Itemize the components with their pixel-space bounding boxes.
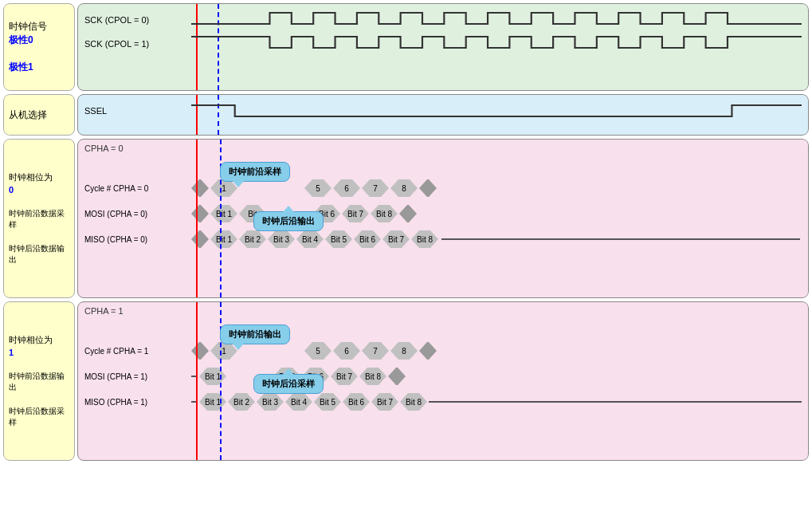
clock-section: 时钟信号 极性0 极性1 SCK (CPOL = 0) SCK: [3, 3, 809, 91]
miso1-bit-3: Bit 3: [257, 393, 284, 411]
miso-cpha0-bits: Bit 1 Bit 2 Bit 3 Bit 4 Bit 5 Bit 6 Bit …: [191, 230, 802, 248]
mosi-bit-pre: [191, 205, 209, 222]
cycle1-bit-1: 1: [210, 342, 237, 360]
miso-bit-6: Bit 6: [354, 230, 381, 248]
miso1-bit-4: Bit 4: [285, 393, 312, 411]
cycle-bit-7: 7: [362, 179, 389, 197]
miso-cpha1-label: MISO (CPHA = 1): [84, 398, 188, 407]
cycle1-bit-pre: [191, 342, 209, 360]
clock-signal-label: 时钟信号: [9, 20, 69, 33]
sck-cpol0-row: SCK (CPOL = 0): [84, 8, 802, 32]
cpha0-title: CPHA = 0: [84, 144, 802, 153]
miso-bit-5: Bit 5: [325, 230, 352, 248]
ssel-wave: [191, 99, 802, 123]
miso1-bit-5: Bit 5: [314, 393, 341, 411]
cycle-cpha0-label: Cycle # CPHA = 0: [84, 184, 188, 193]
cycle-cpha1-label: Cycle # CPHA = 1: [84, 347, 188, 356]
mosi-bit-7: Bit 7: [342, 205, 369, 222]
cpha0-left-label: 时钟相位为 0 时钟前沿数据采样 时钟后沿数据输出: [3, 139, 75, 298]
mosi1-bit-post: [388, 368, 406, 385]
clock-right: SCK (CPOL = 0) SCK (CPOL = 1): [77, 3, 809, 91]
sck-cpol1-wave: [191, 32, 802, 56]
miso-cpha1-bits: Bit 1 Bit 2 Bit 3 Bit 4 Bit 5 Bit 6 Bit …: [191, 393, 802, 411]
miso-bit-4: Bit 4: [296, 230, 324, 248]
mosi-cpha1-row: MOSI (CPHA = 1) Bit 1 Bit 5 Bit 6 Bit 7 …: [84, 365, 802, 387]
cpha0-phase-label: 时钟相位为: [9, 171, 69, 183]
cpha0-val: 0: [9, 184, 69, 196]
cycle-bit-pre: [191, 179, 209, 197]
miso-cpha0-label: MISO (CPHA = 0): [84, 235, 188, 244]
mosi-bit-8: Bit 8: [371, 205, 398, 222]
miso1-post-line: [429, 401, 802, 403]
cycle1-bit-7: 7: [362, 342, 389, 360]
clock-left-label: 时钟信号 极性0 极性1: [3, 3, 75, 91]
ssel-label: SSEL: [84, 106, 188, 116]
cycle-cpha1-bits: 1 5 6 7 8: [191, 342, 802, 360]
mosi1-bit-5: Bit 5: [273, 368, 300, 385]
miso-cpha0-row: MISO (CPHA = 0) Bit 1 Bit 2 Bit 3 Bit 4 …: [84, 228, 802, 250]
mosi1-bit-6: Bit 6: [302, 368, 329, 385]
cpha1-phase-label: 时钟相位为: [9, 334, 69, 346]
cpha1-section: 时钟相位为 1 时钟前沿数据输出 时钟后沿数据采样 时钟前沿输出 时钟后沿采样 …: [3, 301, 809, 461]
mosi-cpha0-label: MOSI (CPHA = 0): [84, 210, 188, 218]
miso1-bit-1: Bit 1: [199, 393, 226, 411]
cycle-cpha0-bits: 1 5 6 7 8: [191, 179, 802, 197]
polarity0-label: 极性0: [9, 33, 69, 47]
slave-left-label: 从机选择: [3, 94, 75, 136]
cycle-bit-8: 8: [390, 179, 418, 197]
mosi1-bit-1: Bit 1: [199, 368, 226, 385]
miso-bit-8: Bit 8: [411, 230, 438, 248]
mosi-cpha1-bits: Bit 1 Bit 5 Bit 6 Bit 7 Bit 8: [191, 368, 802, 385]
slave-select-label: 从机选择: [9, 108, 69, 122]
cycle1-bit-8: 8: [390, 342, 418, 360]
slave-section: 从机选择 SSEL: [3, 94, 809, 136]
cpha0-section: 时钟相位为 0 时钟前沿数据采样 时钟后沿数据输出 时钟前沿采样 时钟后沿输出 …: [3, 139, 809, 298]
mosi-bit-post: [399, 205, 417, 222]
miso1-bit-6: Bit 6: [343, 393, 370, 411]
mosi-bit-1: Bit 1: [210, 205, 237, 222]
miso-line-post: [441, 238, 800, 240]
mosi1-bit-7: Bit 7: [331, 368, 358, 385]
cycle-bit-1: 1: [210, 179, 237, 197]
vline-blue-cpha0: [220, 140, 222, 297]
miso-bit-3: Bit 3: [268, 230, 295, 248]
slave-right: SSEL: [77, 94, 809, 136]
cpha1-desc2: 时钟后沿数据采样: [9, 406, 69, 428]
mosi-cpha0-bits: Bit 1 Bit Bit 6 Bit 7 Bit 8: [191, 205, 802, 222]
cpha1-right: 时钟前沿输出 时钟后沿采样 CPHA = 1 Cycle # CPHA = 1 …: [77, 301, 809, 461]
mosi-bit-2: Bit: [239, 205, 266, 222]
polarity1-label: 极性1: [9, 61, 69, 74]
miso1-bit-2: Bit 2: [228, 393, 255, 411]
cycle-bit-5: 5: [304, 179, 331, 197]
cycle1-bit-5: 5: [304, 342, 331, 360]
cycle1-bit-6: 6: [333, 342, 360, 360]
main-container: 时钟信号 极性0 极性1 SCK (CPOL = 0) SCK: [0, 0, 812, 531]
cycle-cpha1-row: Cycle # CPHA = 1 1 5 6 7 8: [84, 340, 802, 362]
ssel-row: SSEL: [84, 99, 802, 123]
sck-cpol1-row: SCK (CPOL = 1): [84, 32, 802, 56]
cycle-cpha0-row: Cycle # CPHA = 0 1 5 6 7 8: [84, 177, 802, 199]
cycle-bit-post: [419, 179, 437, 197]
cycle-bit-6: 6: [333, 179, 360, 197]
vline-red-cpha0: [196, 140, 198, 297]
vline-red-cpha1: [196, 302, 198, 460]
mosi-bit-6: Bit 6: [313, 205, 340, 222]
mosi-cpha1-label: MOSI (CPHA = 1): [84, 372, 188, 381]
cpha0-right: 时钟前沿采样 时钟后沿输出 CPHA = 0 Cycle # CPHA = 0 …: [77, 139, 809, 298]
cpha1-left-label: 时钟相位为 1 时钟前沿数据输出 时钟后沿数据采样: [3, 301, 75, 461]
miso1-bit-8: Bit 8: [400, 393, 427, 411]
cycle1-bit-post: [419, 342, 437, 360]
ssel-svg: [191, 99, 802, 123]
miso1-bit-7: Bit 7: [371, 393, 398, 411]
cpha1-val: 1: [9, 347, 69, 359]
miso-bit-2: Bit 2: [239, 230, 266, 248]
sck-cpol0-label: SCK (CPOL = 0): [84, 15, 188, 25]
mosi1-bit-8: Bit 8: [359, 368, 386, 385]
cpha0-desc2: 时钟后沿数据输出: [9, 243, 69, 266]
sck-cpol1-label: SCK (CPOL = 1): [84, 39, 188, 49]
mosi-cpha0-row: MOSI (CPHA = 0) Bit 1 Bit Bit 6 Bit 7 Bi…: [84, 203, 802, 225]
miso-bit-7: Bit 7: [382, 230, 410, 248]
miso-bit-pre: [191, 230, 209, 248]
sck-cpol0-svg: [191, 8, 802, 29]
cpha0-desc1: 时钟前沿数据采样: [9, 208, 69, 230]
